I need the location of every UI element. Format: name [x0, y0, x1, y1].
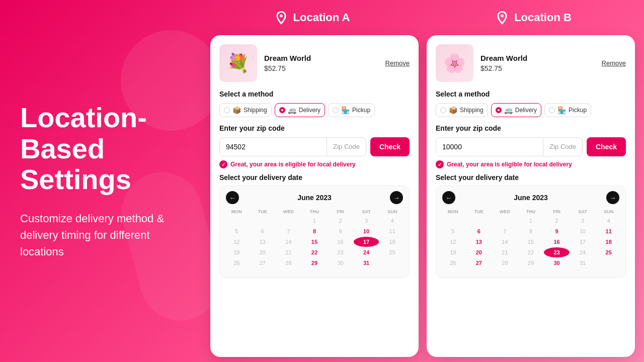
cal-day[interactable]: 8: [302, 226, 328, 236]
radio-pickup-a: [333, 107, 339, 113]
pickup-label-a: Pickup: [352, 107, 370, 114]
calendar-widget-a: ← June 2023 → MONTUEWEDTHUFRISATSUN12345…: [219, 186, 410, 278]
zip-input-b[interactable]: [436, 138, 543, 156]
product-info-a: Dream World $52.75: [264, 54, 378, 72]
cal-day[interactable]: 11: [596, 226, 621, 236]
cal-day[interactable]: 13: [466, 237, 492, 247]
cal-day: 10: [570, 226, 596, 236]
method-delivery-b[interactable]: 🚐 Delivery: [491, 103, 541, 117]
remove-link-b[interactable]: Remove: [602, 59, 626, 67]
cal-day: [224, 216, 250, 226]
cal-day[interactable]: 30: [544, 258, 570, 268]
radio-delivery-a: [279, 107, 285, 113]
cal-next-b[interactable]: →: [606, 191, 619, 204]
product-info-b: Dream World $52.75: [480, 54, 595, 72]
cal-day: 28: [492, 258, 518, 268]
cal-day: 4: [596, 216, 621, 226]
cal-day: 12: [224, 237, 250, 247]
cal-day-header: FRI: [544, 208, 570, 215]
card-location-b: 🌸 Dream World $52.75 Remove Select a met…: [427, 35, 635, 357]
cal-day[interactable]: 29: [302, 258, 328, 268]
cal-day[interactable]: 16: [544, 237, 570, 247]
cal-day[interactable]: 9: [544, 226, 570, 236]
shipping-label-b: Shipping: [460, 107, 484, 114]
cal-prev-b[interactable]: ←: [442, 191, 455, 204]
cal-day: 7: [276, 226, 301, 236]
delivery-icon-a: 🚐: [288, 106, 296, 114]
cal-day[interactable]: 25: [596, 247, 621, 257]
method-options-b: 📦 Shipping 🚐 Delivery 🏪 Pickup: [436, 103, 626, 117]
product-image-b: 🌸: [436, 44, 473, 82]
cal-day: 3: [354, 216, 379, 226]
cal-day: 1: [518, 216, 544, 226]
cal-day: 6: [250, 226, 276, 236]
eligible-msg-b: ✓ Great, your area is eligible for local…: [436, 160, 626, 168]
cal-prev-a[interactable]: ←: [226, 191, 239, 204]
cal-day: 16: [328, 237, 353, 247]
zip-input-wrapper-a: Zip Code: [219, 137, 366, 156]
zip-label-b: Enter your zip code: [436, 124, 626, 132]
cal-day: 25: [379, 247, 405, 257]
sub-text: Customize delivery method & delivery tim…: [20, 210, 181, 260]
remove-link-a[interactable]: Remove: [385, 59, 410, 67]
cal-day[interactable]: 18: [596, 237, 621, 247]
cal-next-a[interactable]: →: [390, 191, 403, 204]
zip-row-b: Zip Code Check: [436, 137, 626, 156]
main-title: Location-Based Settings: [20, 102, 181, 195]
cal-day[interactable]: 24: [354, 247, 379, 257]
eligible-text-a: Great, your area is eligible for local d…: [230, 161, 356, 168]
card-location-a: 💐 Dream World $52.75 Remove Select a met…: [210, 35, 419, 357]
location-b-header: Location B: [423, 0, 644, 35]
cal-day[interactable]: 17: [354, 237, 379, 247]
pickup-label-b: Pickup: [569, 107, 587, 114]
method-shipping-b[interactable]: 📦 Shipping: [436, 103, 488, 117]
method-pickup-a[interactable]: 🏪 Pickup: [328, 103, 375, 117]
delivery-date-label-b: Select your delivery date: [436, 173, 626, 182]
cal-day: [224, 268, 250, 273]
cal-day: [492, 216, 518, 226]
select-method-label-a: Select a method: [219, 90, 410, 98]
cal-month-b: June 2023: [514, 194, 548, 202]
zip-section-b: Enter your zip code Zip Code Check ✓ Gre…: [436, 124, 626, 168]
check-button-a[interactable]: Check: [370, 137, 410, 156]
delivery-date-label-a: Select your delivery date: [219, 173, 410, 182]
cal-day[interactable]: 10: [354, 226, 379, 236]
cal-day[interactable]: 20: [466, 247, 492, 257]
product-name-a: Dream World: [264, 54, 378, 62]
zip-input-wrapper-b: Zip Code: [436, 137, 583, 156]
location-a-label: Location A: [293, 11, 350, 24]
zip-row-a: Zip Code Check: [219, 137, 410, 156]
cal-day-header: WED: [492, 208, 518, 215]
cal-day[interactable]: 6: [466, 226, 492, 236]
cal-day[interactable]: 22: [302, 247, 328, 257]
cards-container: 💐 Dream World $52.75 Remove Select a met…: [201, 35, 644, 362]
zip-placeholder-a: Zip Code: [327, 138, 366, 156]
method-delivery-a[interactable]: 🚐 Delivery: [275, 103, 325, 117]
cal-day: 2: [544, 216, 570, 226]
cal-day: 12: [440, 237, 466, 247]
cal-day: 19: [440, 247, 466, 257]
cal-day-header: TUE: [466, 208, 492, 215]
cal-day[interactable]: 15: [302, 237, 328, 247]
method-pickup-b[interactable]: 🏪 Pickup: [544, 103, 591, 117]
radio-shipping-b: [440, 107, 446, 113]
zip-section-a: Enter your zip code Zip Code Check ✓ Gre…: [219, 124, 410, 168]
svg-point-0: [280, 15, 283, 18]
product-row-b: 🌸 Dream World $52.75 Remove: [436, 44, 626, 82]
method-shipping-a[interactable]: 📦 Shipping: [219, 103, 272, 117]
cal-day[interactable]: 31: [354, 258, 379, 268]
cal-day: 24: [570, 247, 596, 257]
calendar-widget-b: ← June 2023 → MONTUEWEDTHUFRISATSUN12345…: [436, 186, 626, 278]
cal-day: 11: [379, 226, 405, 236]
check-button-b[interactable]: Check: [587, 137, 626, 156]
cal-day: [250, 216, 276, 226]
zip-input-a[interactable]: [220, 138, 327, 156]
cal-day: [379, 258, 405, 268]
cal-day: 27: [250, 258, 276, 268]
cal-day: 28: [276, 258, 301, 268]
select-method-label-b: Select a method: [436, 90, 626, 98]
cal-day: 23: [328, 247, 353, 257]
cal-day: 19: [224, 247, 250, 257]
cal-day[interactable]: 27: [466, 258, 492, 268]
cal-day[interactable]: 23: [544, 247, 570, 257]
